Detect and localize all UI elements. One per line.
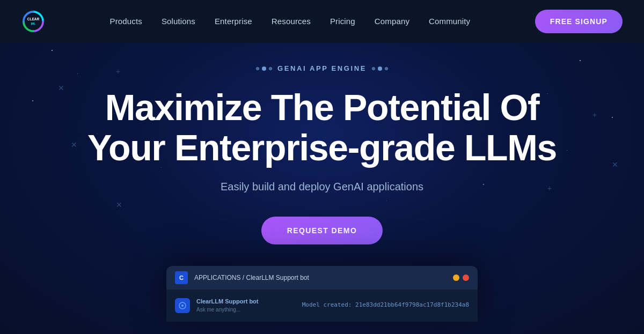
- hero-section: ✕ ✕ + ✕ + ✕ + GENAI APP ENGINE Maximize …: [0, 0, 644, 334]
- nav-item-solutions[interactable]: Solutions: [162, 17, 195, 26]
- model-label: Model created:: [302, 301, 352, 308]
- badge-dots-right: [372, 66, 388, 71]
- hero-heading: Maximize The Potential Of Your Enterpris…: [87, 87, 557, 168]
- nav-item-company[interactable]: Company: [375, 17, 409, 26]
- bot-avatar-icon: [175, 298, 190, 313]
- app-window-controls: [453, 274, 469, 281]
- dot: [372, 67, 375, 70]
- nav-item-resources[interactable]: Resources: [272, 17, 311, 26]
- cross-decoration: +: [116, 67, 120, 76]
- navbar: CLEAR |ML Products Solutions Enterprise …: [0, 0, 644, 43]
- hero-heading-line2: Your Enterprise-grade LLMs: [87, 127, 557, 168]
- hero-subtext: Easily build and deploy GenAI applicatio…: [221, 181, 423, 193]
- model-info: Model created: 21e83dd21bb64f9798ac17d8f…: [302, 298, 469, 308]
- logo[interactable]: CLEAR |ML: [21, 10, 45, 33]
- cross-decoration: ✕: [71, 140, 77, 149]
- dot: [256, 67, 259, 70]
- hero-badge: GENAI APP ENGINE: [256, 64, 388, 72]
- app-preview-path: APPLICATIONS / ClearLLM Support bot: [194, 274, 447, 281]
- badge-dots-left: [256, 66, 272, 71]
- svg-text:CLEAR: CLEAR: [27, 17, 40, 21]
- nav-item-products[interactable]: Products: [110, 17, 142, 26]
- hero-heading-line1: Maximize The Potential Of: [105, 87, 539, 128]
- model-id-value: 21e83dd21bb64f9798ac17d8f1b234a8: [355, 301, 469, 308]
- dot-accent: [378, 66, 382, 71]
- clearml-logo-icon: CLEAR |ML: [21, 10, 45, 33]
- bot-name: ClearLLM Support bot: [196, 298, 259, 305]
- dot-accent: [262, 66, 266, 71]
- cross-decoration: +: [547, 184, 552, 192]
- nav-link-community[interactable]: Community: [429, 17, 470, 26]
- bot-desc: Ask me anything...: [196, 307, 259, 313]
- hero-badge-text: GENAI APP ENGINE: [277, 64, 367, 72]
- cross-decoration: +: [592, 110, 597, 119]
- app-preview-logo-icon: C: [175, 271, 188, 284]
- svg-point-4: [181, 305, 184, 307]
- nav-link-products[interactable]: Products: [110, 17, 142, 26]
- request-demo-button[interactable]: REQUEST DEMO: [261, 217, 383, 244]
- cross-decoration: ✕: [58, 84, 64, 92]
- nav-link-company[interactable]: Company: [375, 17, 409, 26]
- dot: [385, 67, 388, 70]
- svg-point-0: [23, 11, 44, 32]
- model-id-label: Model created: 21e83dd21bb64f9798ac17d8f…: [302, 301, 469, 308]
- app-content-inner: ClearLLM Support bot Ask me anything... …: [175, 298, 469, 313]
- nav-links: Products Solutions Enterprise Resources …: [110, 17, 471, 26]
- cross-decoration: ✕: [116, 201, 122, 209]
- svg-text:|ML: |ML: [31, 22, 36, 25]
- nav-link-resources[interactable]: Resources: [272, 17, 311, 26]
- nav-item-enterprise[interactable]: Enterprise: [215, 17, 252, 26]
- dot: [269, 67, 272, 70]
- nav-link-pricing[interactable]: Pricing: [330, 17, 355, 26]
- nav-link-enterprise[interactable]: Enterprise: [215, 17, 252, 26]
- nav-item-community[interactable]: Community: [429, 17, 470, 26]
- cross-decoration: ✕: [612, 160, 618, 169]
- app-preview-content: ClearLLM Support bot Ask me anything... …: [166, 290, 478, 322]
- bot-info: ClearLLM Support bot Ask me anything...: [196, 298, 259, 313]
- app-preview-bar: C APPLICATIONS / ClearLLM Support bot: [166, 266, 478, 290]
- nav-link-solutions[interactable]: Solutions: [162, 17, 195, 26]
- minimize-icon: [453, 274, 459, 281]
- nav-item-pricing[interactable]: Pricing: [330, 17, 355, 26]
- close-icon: [463, 274, 469, 281]
- app-preview: C APPLICATIONS / ClearLLM Support bot Cl…: [166, 266, 478, 322]
- signup-button[interactable]: FREE SIGNUP: [535, 10, 623, 33]
